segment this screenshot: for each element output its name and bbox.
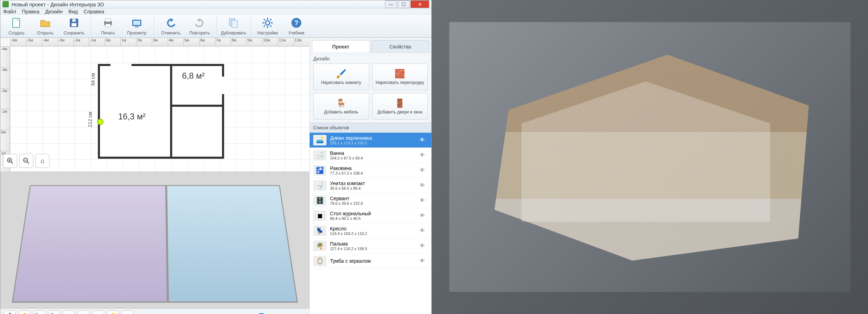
print-icon bbox=[102, 17, 114, 29]
minimize-button[interactable]: — bbox=[385, 0, 397, 8]
menu-view[interactable]: Вид bbox=[68, 8, 78, 14]
object-item[interactable]: 🌴Пальма127.4 x 116.2 x 158.5👁 bbox=[310, 238, 431, 254]
pan-tool-button[interactable]: ✋ bbox=[19, 310, 31, 314]
new-icon bbox=[10, 17, 23, 29]
visibility-icon[interactable]: 👁 bbox=[419, 228, 428, 234]
sofa-icon: 🛋️ bbox=[313, 135, 327, 145]
design-section-title: Дизайн bbox=[313, 56, 428, 61]
workspace: -6м-5м-4м-3м-2м-1м0м1м2м3м4м5м6м7м8м9м10… bbox=[0, 38, 431, 314]
zoom-out-3d-button[interactable]: 🔍- bbox=[48, 310, 60, 314]
dimension-label-h: 84 см bbox=[90, 73, 96, 86]
toolbar-label: Отменить bbox=[161, 31, 181, 35]
visibility-icon[interactable]: 👁 bbox=[419, 137, 428, 143]
plan-grid[interactable]: 6,8 м² 16,3 м² 84 см 212 см bbox=[10, 46, 309, 171]
redo-icon bbox=[193, 17, 206, 29]
menu-design[interactable]: Дизайн bbox=[45, 8, 63, 14]
plan-zoom-controls: ⌂ bbox=[3, 154, 49, 168]
menu-edit[interactable]: Правка bbox=[22, 8, 40, 14]
toolbar-save-button[interactable]: Сохранить bbox=[61, 15, 87, 37]
svg-point-12 bbox=[265, 21, 270, 25]
object-name: Стол журнальный bbox=[330, 211, 416, 216]
visibility-icon[interactable]: 👁 bbox=[419, 152, 428, 158]
room-area-label-2: 6,8 м² bbox=[182, 71, 205, 81]
toolbar-redo-button[interactable]: Повторить bbox=[186, 15, 213, 37]
toolbar-open-button[interactable]: Открыть bbox=[32, 15, 59, 37]
svg-rect-2 bbox=[72, 23, 76, 26]
object-item[interactable]: 🛋️Диван еврокнижка235.1 x 113.1 x 102.2👁 bbox=[310, 133, 431, 148]
object-item[interactable]: 🚰Раковина77.3 x 57.2 x 108.4👁 bbox=[310, 163, 431, 178]
toolbar-label: Дублировать bbox=[221, 31, 246, 35]
visibility-icon[interactable]: 👁 bbox=[419, 212, 428, 219]
plan-viewport[interactable]: -6м-5м-4м-3м-2м-1м0м1м2м3м4м5м6м7м8м9м10… bbox=[0, 38, 309, 171]
toolbar-print-button[interactable]: Печать bbox=[95, 15, 121, 37]
toolbar-label: Учебник bbox=[288, 31, 304, 35]
help-icon: ? bbox=[290, 17, 303, 29]
object-dimensions: 35.6 x 56.5 x 80.4 bbox=[330, 186, 416, 190]
orbit-button[interactable]: ⟲ bbox=[92, 310, 104, 314]
menu-help[interactable]: Справка bbox=[83, 8, 104, 14]
object-item[interactable]: 🛁Ванна154.2 x 67.5 x 50.4👁 bbox=[310, 148, 431, 163]
menu-file[interactable]: Файл bbox=[3, 8, 16, 14]
object-item[interactable]: 🪞Тумба с зеркалом👁 bbox=[310, 254, 431, 269]
design-door-button[interactable]: 🚪Добавить двери и окна bbox=[372, 93, 428, 120]
panel-tabs: Проект Свойства bbox=[310, 38, 431, 53]
room-icon: 🖌️ bbox=[335, 69, 347, 79]
zoom-out-button[interactable] bbox=[19, 154, 33, 168]
svg-text:?: ? bbox=[294, 19, 298, 27]
design-button-label: Добавить двери и окна bbox=[377, 110, 422, 115]
toolbar-settings-button[interactable]: Настройки bbox=[254, 15, 281, 37]
dimension-label-v: 212 см bbox=[87, 112, 93, 127]
toolbar-label: Настройки bbox=[257, 31, 278, 35]
object-item[interactable]: 🚽Унитаз компакт35.6 x 56.5 x 80.4👁 bbox=[310, 178, 431, 193]
toolbar-new-button[interactable]: Создать bbox=[3, 15, 30, 37]
walk-tool-button[interactable]: 🧍 bbox=[4, 310, 16, 314]
svg-line-17 bbox=[264, 19, 265, 20]
maximize-button[interactable]: ☐ bbox=[398, 0, 410, 8]
close-button[interactable]: ✕ bbox=[410, 0, 429, 8]
design-wall-button[interactable]: 🧱Нарисовать перегородку bbox=[372, 64, 428, 90]
ruler-vertical: -4м-3м-2м-1м0м1м bbox=[0, 46, 10, 171]
toolbar-label: Повторить bbox=[189, 31, 210, 35]
rotate-left-button[interactable]: ↶ bbox=[63, 310, 75, 314]
cabinet-icon: 🗄️ bbox=[313, 195, 327, 206]
rotate-right-button[interactable]: ↷ bbox=[78, 310, 89, 314]
object-item[interactable]: 💺Кресло118.4 x 103.2 x 110.2👁 bbox=[310, 223, 431, 238]
visibility-icon[interactable]: 👁 bbox=[419, 243, 428, 249]
dup-icon bbox=[227, 17, 240, 29]
objects-header: Список объектов bbox=[310, 123, 431, 133]
object-dimensions: 80.4 x 80.1 x 40.5 bbox=[330, 216, 416, 221]
visibility-icon[interactable]: 👁 bbox=[419, 258, 428, 264]
view-toolbar: 🧍 ✋ 🔍+ 🔍- ↶ ↷ ⟲ 💡 ⌂ Прозрачные стены bbox=[0, 308, 309, 314]
zoom-in-3d-button[interactable]: 🔍+ bbox=[33, 310, 45, 314]
perspective-viewport[interactable] bbox=[0, 171, 309, 308]
visibility-icon[interactable]: 👁 bbox=[419, 182, 428, 189]
room-area-label-1: 16,3 м² bbox=[118, 112, 146, 122]
canvas-area: -6м-5м-4м-3м-2м-1м0м1м2м3м4м5м6м7м8м9м10… bbox=[0, 38, 309, 314]
object-dimensions: 77.3 x 57.2 x 108.4 bbox=[330, 171, 416, 175]
floor-plan-shape[interactable] bbox=[98, 64, 224, 159]
zoom-in-button[interactable] bbox=[3, 154, 17, 168]
design-room-button[interactable]: 🖌️Нарисовать комнату bbox=[313, 64, 369, 90]
visibility-icon[interactable]: 👁 bbox=[419, 167, 428, 174]
tab-project[interactable]: Проект bbox=[312, 40, 370, 53]
light-button[interactable]: 💡 bbox=[107, 310, 119, 314]
design-section: Дизайн 🖌️Нарисовать комнату🧱Нарисовать п… bbox=[310, 53, 431, 123]
toolbar-help-button[interactable]: ?Учебник bbox=[283, 15, 310, 37]
home-button[interactable]: ⌂ bbox=[35, 154, 49, 168]
visibility-icon[interactable]: 👁 bbox=[419, 197, 428, 204]
object-item[interactable]: ◼Стол журнальный80.4 x 80.1 x 40.5👁 bbox=[310, 208, 431, 223]
svg-line-24 bbox=[11, 162, 13, 164]
toolbar-undo-button[interactable]: Отменить bbox=[157, 15, 184, 37]
toolbar-preview-button[interactable]: Просмотр bbox=[123, 15, 150, 37]
tab-properties[interactable]: Свойства bbox=[371, 40, 430, 53]
preview-icon bbox=[130, 17, 143, 29]
svg-rect-11 bbox=[232, 20, 237, 27]
objects-list[interactable]: 🛋️Диван еврокнижка235.1 x 113.1 x 102.2👁… bbox=[310, 133, 431, 314]
object-name: Пальма bbox=[330, 241, 416, 247]
selection-marker[interactable] bbox=[97, 119, 103, 125]
design-chair-button[interactable]: 🪑Добавить мебель bbox=[313, 93, 369, 120]
design-button-label: Добавить мебель bbox=[324, 110, 358, 115]
home-3d-button[interactable]: ⌂ bbox=[122, 310, 134, 314]
toolbar-dup-button[interactable]: Дублировать bbox=[220, 15, 247, 37]
object-item[interactable]: 🗄️Сервант79.0 x 39.6 x 222.0👁 bbox=[310, 193, 431, 208]
